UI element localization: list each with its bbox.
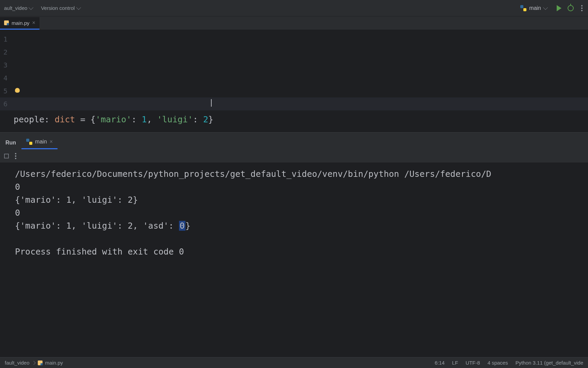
python-file-icon: [38, 361, 43, 365]
chevron-down-icon: [76, 5, 81, 10]
console-line: {'mario': 1, 'luigi': 2}: [15, 195, 138, 205]
status-bar: fault_video main.py 6:14 LF UTF-8 4 spac…: [0, 357, 588, 368]
file-encoding[interactable]: UTF-8: [466, 360, 480, 366]
console-line: 0: [15, 208, 20, 218]
console-line: 0: [15, 182, 20, 192]
python-interpreter[interactable]: Python 3.11 (get_default_vide: [516, 360, 583, 366]
vcs-dropdown[interactable]: Version control: [41, 5, 80, 11]
console-exit-line: Process finished with exit code 0: [15, 247, 184, 257]
chevron-down-icon: [543, 5, 548, 10]
stop-button[interactable]: [4, 154, 9, 158]
run-config-label: main: [529, 5, 541, 11]
code-editor[interactable]: 1 2 3 4 5 6 people: dict = {'mario': 1, …: [0, 30, 588, 132]
breadcrumb[interactable]: fault_video main.py: [5, 360, 63, 366]
top-bar: ault_video Version control main: [0, 0, 588, 16]
line-separator[interactable]: LF: [452, 360, 458, 366]
tab-filename: main.py: [12, 20, 30, 26]
vcs-label: Version control: [41, 5, 75, 11]
run-tab-label: main: [35, 139, 47, 145]
run-toolbar: [0, 149, 588, 163]
caret-position[interactable]: 6:14: [435, 360, 444, 366]
secondary-caret: [211, 99, 212, 107]
run-panel-title: Run: [0, 136, 21, 149]
python-icon: [26, 139, 32, 145]
highlighted-value: 0: [179, 221, 185, 231]
run-button[interactable]: [557, 5, 561, 11]
console-line: {'mario': 1, 'luigi': 2, 'asd': 0}: [15, 221, 191, 231]
run-more-actions[interactable]: [14, 152, 18, 160]
debug-button[interactable]: [568, 5, 574, 11]
breadcrumb-file[interactable]: main.py: [45, 360, 63, 366]
python-icon: [520, 5, 526, 11]
console-output[interactable]: /Users/federico/Documents/python_project…: [0, 163, 588, 357]
code-content[interactable]: people: dict = {'mario': 1, 'luigi': 2} …: [0, 110, 588, 132]
close-run-tab-button[interactable]: ×: [50, 139, 53, 145]
run-tab-main[interactable]: main ×: [21, 135, 58, 149]
current-line-highlight: [0, 97, 588, 110]
project-name-fragment: ault_video: [4, 5, 27, 11]
console-command: /Users/federico/Documents/python_project…: [15, 169, 491, 179]
run-config-selector[interactable]: main: [517, 4, 551, 13]
indent-setting[interactable]: 4 spaces: [488, 360, 508, 366]
breadcrumb-folder[interactable]: fault_video: [5, 360, 30, 366]
more-actions-button[interactable]: [580, 4, 584, 13]
project-dropdown[interactable]: ault_video: [4, 5, 33, 11]
run-panel-header: Run main ×: [0, 132, 588, 149]
intention-bulb-icon[interactable]: [15, 88, 20, 93]
python-file-icon: [4, 20, 9, 25]
chevron-down-icon: [29, 5, 33, 10]
editor-tab-main[interactable]: main.py ×: [0, 17, 39, 30]
chevron-right-icon: [32, 361, 35, 365]
editor-tab-bar: main.py ×: [0, 16, 588, 30]
line-gutter: 1 2 3 4 5 6: [0, 30, 10, 110]
close-tab-button[interactable]: ×: [32, 20, 35, 26]
